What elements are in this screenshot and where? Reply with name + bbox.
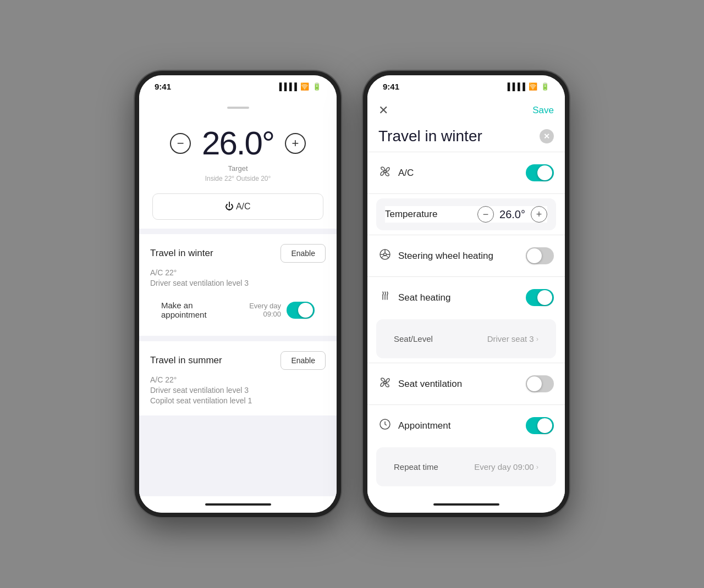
repeat-time-label: Repeat time <box>394 462 438 471</box>
left-home-bar <box>205 503 271 506</box>
repeat-time-value: Every day 09:00 <box>474 462 534 471</box>
temperature-label: Temperature <box>385 209 437 220</box>
appointment-label-group: Make an appointment <box>161 301 207 319</box>
temperature-display: 26.0° <box>202 124 274 162</box>
title-divider <box>367 152 565 152</box>
right-wifi-icon: 🛜 <box>529 82 537 91</box>
temperature-controls: − 26.0° + <box>477 206 547 223</box>
appointment-label: Appointment <box>398 420 450 431</box>
seat-level-label: Seat/Level <box>394 334 433 343</box>
repeat-time-value-group[interactable]: Every day 09:00 › <box>474 462 538 471</box>
drag-indicator <box>139 96 337 113</box>
delete-preset-button[interactable]: ✕ <box>540 129 554 143</box>
steering-row-left: Steering wheel heating <box>378 248 493 264</box>
right-phone-content: ✕ Save Travel in winter ✕ <box>367 96 565 496</box>
appointment-label-1: Make an <box>161 301 207 310</box>
seat-level-value-group[interactable]: Driver seat 3 › <box>487 334 538 343</box>
appointment-time-line1: Every day <box>249 302 281 310</box>
steering-toggle[interactable] <box>526 247 554 264</box>
divider-ac <box>367 193 565 194</box>
increase-temp-button[interactable]: + <box>285 133 306 154</box>
decrease-temp-button[interactable]: − <box>170 133 191 154</box>
divider-seat-vent <box>367 404 565 405</box>
inside-outside-label: Inside 22° Outside 20° <box>152 175 323 182</box>
right-signal-icon: ▐▐▐▐ <box>505 82 525 91</box>
right-phone: 9:41 ▐▐▐▐ 🛜 🔋 ✕ Save Travel in winter ✕ <box>363 71 569 517</box>
wifi-icon: 🛜 <box>300 82 309 91</box>
decrease-temp-right-button[interactable]: − <box>477 206 494 223</box>
appointment-clock-icon <box>378 418 392 434</box>
save-button[interactable]: Save <box>532 105 554 116</box>
appointment-right-toggle[interactable] <box>526 417 554 434</box>
preset-card-summer: Travel in summer Enable A/C 22° Driver s… <box>139 341 337 415</box>
appointment-row: Make an appointment Every day 09:00 <box>150 293 326 327</box>
seat-heating-toggle[interactable] <box>526 289 554 306</box>
temperature-section: − 26.0° + Target Inside 22° Outside 20° <box>139 113 337 193</box>
ac-toggle[interactable] <box>526 164 554 181</box>
ac-button[interactable]: ⏻ A/C <box>152 193 323 220</box>
right-home-bar <box>433 503 499 506</box>
ac-setting-row: A/C <box>367 156 565 190</box>
seat-ventilation-toggle[interactable] <box>526 375 554 392</box>
right-battery-icon: 🔋 <box>541 82 549 91</box>
repeat-time-card: Repeat time Every day 09:00 › <box>376 447 556 486</box>
preset-card-winter: Travel in winter Enable A/C 22° Driver s… <box>139 234 337 336</box>
seat-heating-label: Seat heating <box>398 292 450 303</box>
temp-controls: − 26.0° + <box>152 124 323 162</box>
enable-summer-button[interactable]: Enable <box>280 351 326 370</box>
ac-fan-icon <box>378 165 392 181</box>
appointment-time-line2: 09:00 <box>249 310 281 318</box>
right-status-icons: ▐▐▐▐ 🛜 🔋 <box>505 82 549 91</box>
seat-level-row: Seat/Level Driver seat 3 › <box>385 327 547 351</box>
appointment-right: Every day 09:00 <box>249 302 315 319</box>
preset-winter-title: Travel in winter <box>150 248 213 259</box>
seat-ventilation-row: Seat ventilation <box>367 367 565 401</box>
divider-3 <box>139 415 337 421</box>
appointment-time: Every day 09:00 <box>249 302 281 318</box>
seat-vent-toggle-knob <box>527 376 542 391</box>
seat-heating-row-left: Seat heating <box>378 290 450 306</box>
left-status-time: 9:41 <box>155 82 171 91</box>
preset-summer-detail3: Copilot seat ventilation level 1 <box>150 396 326 405</box>
temperature-value: 26.0° <box>499 208 525 221</box>
right-nav-header: ✕ Save <box>367 96 565 123</box>
drag-bar <box>227 107 249 109</box>
right-status-bar: 9:41 ▐▐▐▐ 🛜 🔋 <box>367 75 565 96</box>
temperature-row: Temperature − 26.0° + <box>385 206 547 223</box>
steering-icon <box>378 248 392 264</box>
target-label: Target <box>152 164 323 173</box>
ac-row-left: A/C <box>378 165 414 181</box>
preset-summer-detail1: A/C 22° <box>150 375 326 384</box>
ac-toggle-knob <box>537 165 552 180</box>
preset-winter-detail2: Driver seat ventilation level 3 <box>150 279 326 287</box>
left-status-bar: 9:41 ▐▐▐▐ 🛜 🔋 <box>139 75 337 96</box>
right-home-indicator <box>367 496 565 513</box>
right-scroll-area: ✕ Save Travel in winter ✕ <box>367 96 565 496</box>
temperature-card: Temperature − 26.0° + <box>376 198 556 230</box>
preset-winter-header: Travel in winter Enable <box>150 244 326 263</box>
increase-temp-right-button[interactable]: + <box>531 206 547 223</box>
preset-summer-header: Travel in summer Enable <box>150 351 326 370</box>
close-button[interactable]: ✕ <box>378 103 388 118</box>
ac-label: A/C <box>398 168 414 179</box>
battery-icon: 🔋 <box>312 82 321 91</box>
enable-winter-button[interactable]: Enable <box>280 244 326 263</box>
left-home-indicator <box>139 496 337 513</box>
right-status-time: 9:41 <box>383 82 399 91</box>
preset-winter-detail1: A/C 22° <box>150 268 326 277</box>
preset-summer-title: Travel in summer <box>150 355 222 366</box>
appointment-label-2: appointment <box>161 310 207 319</box>
seat-heating-toggle-knob <box>537 290 552 305</box>
divider-1 <box>139 229 337 234</box>
steering-toggle-knob <box>527 248 542 263</box>
steering-label: Steering wheel heating <box>398 251 493 262</box>
appointment-setting-row: Appointment <box>367 408 565 443</box>
appointment-toggle[interactable] <box>287 302 315 319</box>
toggle-knob <box>298 303 313 318</box>
signal-icon: ▐▐▐▐ <box>277 82 297 91</box>
repeat-time-row: Repeat time Every day 09:00 › <box>385 455 547 479</box>
seat-heating-row: Seat heating <box>367 280 565 315</box>
ac-button-wrapper: ⏻ A/C <box>139 193 337 229</box>
seat-heating-icon <box>378 290 392 306</box>
repeat-time-chevron-icon: › <box>536 463 538 471</box>
